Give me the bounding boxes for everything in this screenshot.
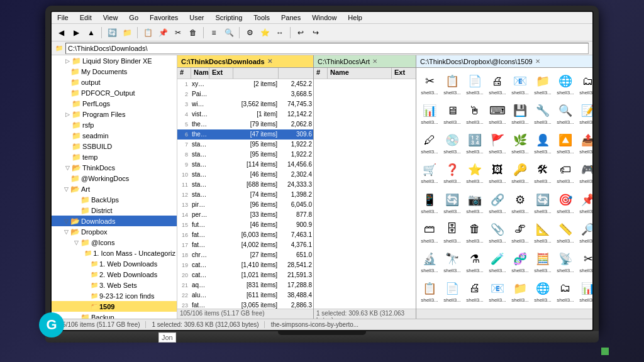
table-row[interactable]: 20 cats-icons-2-by-mcdo... [1,021 items]…: [177, 270, 313, 280]
icon-cell[interactable]: 🔍 shell3...: [555, 100, 576, 128]
icon-cell[interactable]: 🔎 shell3...: [577, 219, 592, 247]
expand-icon[interactable]: [72, 314, 80, 319]
icon-cell[interactable]: 🔑 shell3...: [509, 159, 531, 187]
expand-icon[interactable]: [63, 101, 72, 107]
tree-item-ssbuild[interactable]: 📁 SSBUILD: [52, 141, 177, 151]
expand-icon[interactable]: [62, 90, 70, 96]
table-row[interactable]: 6 the-simpsons-icons-... [47 items] 309.…: [177, 129, 313, 140]
tree-item-pdfocr[interactable]: 📁 PDFOCR_Output: [52, 87, 177, 98]
icon-cell[interactable]: 📄 shell3...: [441, 278, 463, 306]
undo-button[interactable]: ↩: [294, 26, 308, 40]
expand-icon[interactable]: [72, 207, 80, 214]
icon-cell[interactable]: 🛒 shell3...: [419, 159, 440, 187]
icon-cell[interactable]: 🖥 shell3...: [441, 100, 463, 128]
forward-button[interactable]: ▶: [69, 26, 83, 40]
icon-cell[interactable]: 📎 shell3...: [487, 219, 508, 247]
star-button[interactable]: ⭐: [258, 26, 272, 40]
icon-cell[interactable]: 📊 shell3...: [419, 100, 440, 128]
expand-icon[interactable]: [82, 261, 91, 267]
table-row[interactable]: 19 cats-icons-by-mcdo-... [1,410 items] …: [177, 260, 313, 270]
table-row[interactable]: 7 starwars-icons-by-ye... [95 items] 1,9…: [177, 140, 313, 150]
tree-item-websets[interactable]: 📁 3. Web Sets: [52, 280, 177, 290]
icon-cell[interactable]: 🛠 shell3...: [532, 159, 553, 187]
tree-item-aticons[interactable]: ▽ 📁 @Icons: [52, 237, 177, 248]
art-tab[interactable]: C:\ThinkDocs\Art ✕: [314, 55, 416, 68]
tab-close-art-icon[interactable]: ✕: [372, 58, 377, 65]
expand-icon[interactable]: [63, 154, 72, 160]
icon-cell[interactable]: ✂ shell3...: [419, 70, 440, 99]
menu-favorites[interactable]: Favorites: [148, 13, 180, 22]
tree-item-programfiles[interactable]: ▷ 📁 Program Files: [52, 109, 177, 119]
icon-cell[interactable]: 📁 shell3...: [509, 278, 531, 306]
expand-icon[interactable]: ▽: [62, 218, 70, 224]
table-row[interactable]: 11 star-wars-characters-... [688 items] …: [177, 180, 313, 190]
icon-cell[interactable]: 🌿 shell3...: [509, 129, 531, 158]
tab-close-icons-icon[interactable]: ✕: [535, 58, 540, 65]
up-button[interactable]: ▲: [84, 26, 98, 40]
menu-view[interactable]: View: [101, 13, 120, 22]
icon-cell[interactable]: ⚗ shell3...: [464, 248, 486, 277]
tree-item-iconfinds[interactable]: 📁 9-23-12 icon finds: [52, 290, 177, 301]
tree-item-liquid[interactable]: ▷ 📁 Liquid Story Binder XE: [52, 55, 177, 66]
downloads-tab[interactable]: C:\ThinkDocs\Downloads ✕: [177, 55, 313, 68]
table-row[interactable]: 5 the-simpsons-icons-... [79 items] 2,06…: [177, 119, 313, 129]
table-row[interactable]: 21 aqua-candy-revoluti... [831 items] 17…: [177, 280, 313, 290]
table-row[interactable]: 1 xyplorer_full [2 items] 2,452.2: [177, 79, 313, 89]
expand-icon[interactable]: ▽: [72, 239, 80, 246]
tree-item-thinkdocs[interactable]: ▽ 📂 ThinkDocs: [52, 162, 177, 173]
expand-icon[interactable]: [82, 293, 91, 299]
expand-icon[interactable]: [72, 197, 80, 203]
icon-cell[interactable]: 🔢 shell3...: [464, 129, 486, 158]
paste-button[interactable]: 📌: [156, 26, 170, 40]
tree-item-temp[interactable]: 📁 temp: [52, 151, 177, 162]
tree-item-workingdocs[interactable]: 📁 @WorkingDocs: [52, 173, 177, 184]
delete-button[interactable]: 🗑: [186, 26, 200, 40]
menu-edit[interactable]: Edit: [78, 13, 94, 22]
icon-cell[interactable]: 🖼 shell3...: [487, 159, 508, 187]
table-row[interactable]: 13 pirate-icons-by-pinc... [96 items] 6,…: [177, 200, 313, 210]
expand-icon[interactable]: [63, 122, 72, 128]
icon-cell[interactable]: 📋 shell3...: [441, 70, 463, 99]
redo-button[interactable]: ↪: [309, 26, 323, 40]
table-row[interactable]: 8 starwars-icons-by-ye... [95 items] 1,9…: [177, 150, 313, 160]
expand-icon[interactable]: [62, 79, 70, 85]
table-row[interactable]: 22 alumin-folders-icons-... [611 items] …: [177, 290, 313, 300]
icon-cell[interactable]: 🧬 shell3...: [509, 248, 531, 277]
cut-button[interactable]: ✂: [171, 26, 185, 40]
table-row[interactable]: 9 star-wars-vehicles-ic... [114 items] 1…: [177, 160, 313, 170]
icon-cell[interactable]: 🔗 shell3...: [487, 189, 508, 217]
table-row[interactable]: 14 persons-icons-by-ico... [33 items] 87…: [177, 210, 313, 220]
icon-cell[interactable]: 🗂 shell3...: [577, 70, 592, 99]
new-folder-button[interactable]: 📁: [120, 26, 134, 40]
icons-tab[interactable]: C:\ThinkDocs\Dropbox\@Icons\1509 ✕: [416, 55, 592, 68]
expand-icon[interactable]: [82, 272, 91, 278]
table-row[interactable]: 12 standard-road-icons-... [74 items] 1,…: [177, 190, 313, 200]
tree-item-backups[interactable]: 📁 BackUps: [52, 194, 177, 205]
tree-item-rsfp[interactable]: 📁 rsfp: [52, 119, 177, 130]
icon-cell[interactable]: ✂ shell3...: [577, 248, 592, 277]
menu-panes[interactable]: Panes: [279, 13, 303, 22]
menu-file[interactable]: File: [55, 13, 70, 22]
icon-cell[interactable]: 📝 shell3...: [577, 100, 592, 128]
table-row[interactable]: 4 vista-transport-icons-... [1 item] 12,…: [177, 109, 313, 119]
tree-item-webdl2[interactable]: 📁 2. Web Downloads: [52, 269, 177, 280]
icon-cell[interactable]: 📤 shell3...: [577, 129, 592, 158]
icon-cell[interactable]: 💾 shell3...: [509, 100, 531, 128]
expand-icon[interactable]: ▷: [63, 111, 72, 118]
tree-item-art[interactable]: ▽ 📂 Art: [52, 184, 177, 194]
sync-button[interactable]: ↔: [273, 26, 287, 40]
table-row[interactable]: 23 fatcow-hosting-icon-... [3,065 items]…: [177, 300, 313, 309]
icon-cell[interactable]: 📧 shell3...: [487, 278, 508, 306]
icon-cell[interactable]: 📏 shell3...: [555, 219, 576, 247]
icon-cell[interactable]: 📁 shell3...: [532, 70, 553, 99]
expand-icon[interactable]: [62, 175, 70, 182]
settings-button[interactable]: ⚙: [243, 26, 257, 40]
icon-cell[interactable]: 🔬 shell3...: [419, 248, 440, 277]
expand-icon[interactable]: [82, 282, 91, 288]
table-row[interactable]: 3 windows-8-metro-ic... [3,562 items] 74…: [177, 99, 313, 109]
expand-icon[interactable]: [62, 69, 70, 75]
table-row[interactable]: 18 christmas-icons-2009... [27 items] 65…: [177, 250, 313, 260]
icon-cell[interactable]: ⭐ shell3...: [464, 159, 486, 187]
tree-item-district[interactable]: 📁 District: [52, 205, 177, 216]
expand-icon[interactable]: [82, 304, 91, 310]
